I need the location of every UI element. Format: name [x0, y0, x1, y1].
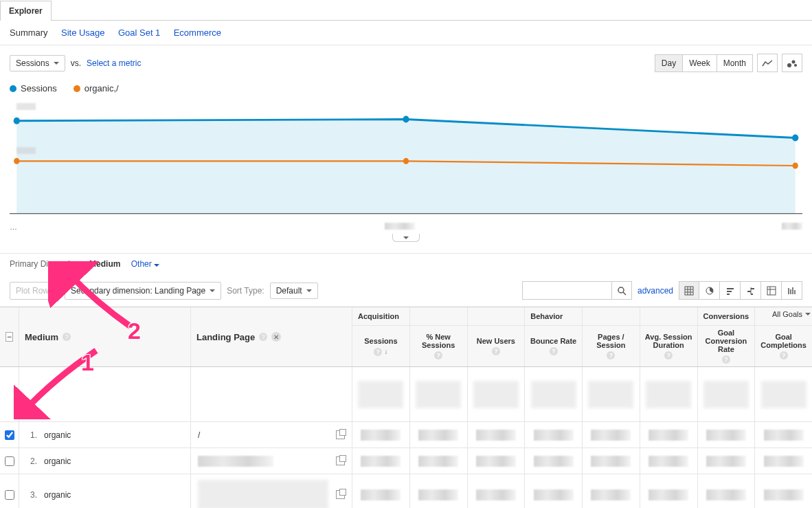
svg-point-6	[792, 134, 798, 141]
line-chart	[10, 98, 802, 221]
svg-point-11	[618, 287, 624, 293]
header-pct-new-sessions[interactable]: % New Sessions	[413, 333, 464, 349]
row-medium[interactable]: organic	[44, 430, 71, 440]
caret-icon	[306, 289, 312, 292]
primary-dimension-other[interactable]: Other	[131, 259, 159, 269]
header-goal-completions[interactable]: Goal Completions	[758, 333, 809, 349]
search-button[interactable]	[611, 281, 632, 300]
help-icon[interactable]: ?	[63, 333, 71, 341]
caret-down-icon	[403, 236, 409, 239]
row-medium[interactable]: organic	[44, 456, 71, 466]
line-chart-icon[interactable]	[757, 54, 778, 72]
remove-secondary-dimension-icon[interactable]: ✕	[271, 332, 281, 342]
primary-metric-dropdown[interactable]: Sessions	[10, 55, 65, 71]
totals-row	[0, 367, 812, 422]
svg-rect-23	[751, 288, 754, 289]
advanced-link[interactable]: advanced	[638, 286, 673, 296]
chart-x-axis: …	[10, 223, 802, 231]
svg-point-4	[14, 118, 20, 124]
svg-rect-20	[727, 291, 732, 292]
row-landing-page[interactable]	[198, 456, 273, 467]
header-landing-page[interactable]: Landing Page	[196, 332, 255, 342]
row-checkbox[interactable]	[5, 490, 14, 500]
table-row: 3.organic	[0, 474, 812, 508]
svg-rect-13	[685, 287, 693, 295]
term-cloud-view-icon[interactable]	[782, 281, 802, 300]
select-metric-link[interactable]: Select a metric	[87, 58, 141, 68]
svg-point-9	[793, 163, 798, 169]
motion-chart-icon[interactable]	[782, 54, 802, 72]
chart-legend: Sessions organic,/	[0, 80, 812, 98]
time-granularity-group: Day Week Month	[655, 54, 753, 72]
expand-chart-button[interactable]	[392, 234, 420, 242]
svg-rect-19	[727, 288, 734, 289]
subnav-site-usage[interactable]: Site Usage	[61, 27, 105, 38]
header-new-users[interactable]: New Users	[477, 337, 515, 345]
svg-rect-25	[751, 294, 753, 295]
header-sessions[interactable]: Sessions	[364, 337, 397, 345]
open-link-icon[interactable]	[336, 430, 345, 439]
svg-point-2	[794, 64, 797, 67]
svg-point-5	[403, 115, 409, 122]
help-icon[interactable]: ?	[780, 351, 788, 360]
header-goal-conv-rate[interactable]: Goal Conversion Rate	[701, 329, 752, 353]
open-link-icon[interactable]	[336, 456, 345, 465]
row-medium[interactable]: organic	[44, 490, 71, 500]
help-icon[interactable]: ?	[550, 347, 558, 355]
row-number: 3.	[26, 490, 37, 500]
subnav-goal-set-1[interactable]: Goal Set 1	[118, 27, 160, 38]
help-icon[interactable]: ?	[259, 333, 267, 341]
subnav-summary[interactable]: Summary	[10, 27, 48, 38]
sort-type-label: Sort Type:	[227, 286, 264, 296]
table-row: 1.organic /	[0, 422, 812, 448]
time-week-button[interactable]: Week	[683, 54, 717, 72]
header-pages-session[interactable]: Pages / Session	[585, 333, 637, 349]
subnav: Summary Site Usage Goal Set 1 Ecommerce	[0, 21, 812, 45]
header-medium[interactable]: Medium	[25, 332, 58, 342]
help-icon[interactable]: ?	[607, 351, 615, 360]
help-icon[interactable]: ?	[664, 351, 673, 360]
legend-label-organic: organic,/	[84, 83, 119, 93]
plot-rows-button[interactable]: Plot Rows	[10, 282, 59, 300]
row-checkbox[interactable]	[5, 456, 14, 466]
table-view-icon[interactable]	[679, 281, 699, 300]
comparison-view-icon[interactable]	[741, 281, 761, 300]
subnav-ecommerce[interactable]: Ecommerce	[174, 27, 221, 38]
collapse-all-button[interactable]: −	[5, 332, 13, 342]
help-icon[interactable]: ?	[722, 355, 730, 364]
caret-icon	[210, 289, 215, 292]
xaxis-left: …	[10, 223, 17, 231]
help-icon[interactable]: ?	[434, 351, 442, 360]
header-avg-session-duration[interactable]: Avg. Session Duration	[643, 333, 695, 349]
svg-rect-24	[747, 291, 751, 292]
bar-view-icon[interactable]	[720, 281, 741, 300]
row-landing-page[interactable]: /	[198, 430, 200, 440]
all-goals-dropdown[interactable]: All Goals	[772, 310, 811, 318]
time-month-button[interactable]: Month	[717, 54, 753, 72]
sort-type-dropdown[interactable]: Default	[270, 283, 318, 299]
help-icon[interactable]: ?	[374, 348, 382, 356]
svg-rect-26	[767, 287, 776, 295]
secondary-dimension-dropdown[interactable]: Secondary dimension: Landing Page	[65, 282, 221, 300]
group-conversions: Conversions	[698, 307, 755, 325]
header-bounce-rate[interactable]: Bounce Rate	[530, 337, 576, 345]
row-landing-page[interactable]	[198, 480, 328, 509]
legend-dot-organic	[74, 85, 80, 92]
search-input[interactable]	[522, 281, 611, 300]
group-acquisition: Acquisition	[352, 307, 409, 325]
primary-dimension-value[interactable]: Medium	[89, 259, 120, 269]
primary-metric-label: Sessions	[16, 58, 49, 68]
open-link-icon[interactable]	[336, 490, 345, 499]
xaxis-mid	[385, 223, 415, 230]
svg-point-0	[787, 63, 791, 67]
legend-dot-sessions	[10, 85, 16, 92]
tab-explorer[interactable]: Explorer	[0, 1, 52, 21]
table-row: 2.organic	[0, 448, 812, 474]
help-icon[interactable]: ?	[492, 347, 500, 355]
primary-dimension-label: Primary Dimension:	[10, 259, 82, 269]
pie-view-icon[interactable]	[699, 281, 720, 300]
pivot-view-icon[interactable]	[761, 281, 782, 300]
row-checkbox[interactable]	[5, 430, 14, 440]
xaxis-right	[782, 223, 802, 230]
time-day-button[interactable]: Day	[655, 54, 683, 72]
